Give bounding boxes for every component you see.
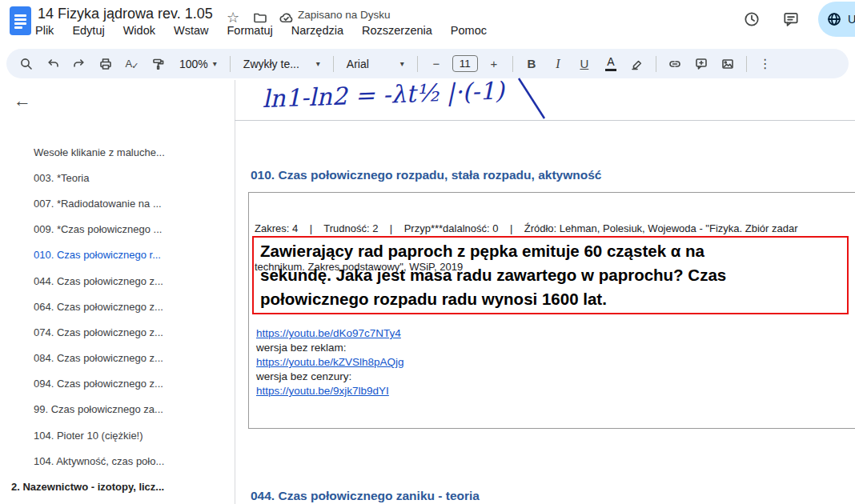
text-color-button[interactable]: A bbox=[600, 54, 621, 74]
toolbar-divider bbox=[512, 56, 513, 72]
menu-rozszerzenia[interactable]: Rozszerzenia bbox=[362, 24, 432, 37]
outline-item-active[interactable]: 010. Czas połowicznego r... bbox=[0, 242, 231, 268]
outline-item[interactable]: 009. *Czas połowicznego ... bbox=[0, 217, 231, 242]
video-link-2[interactable]: https://youtu.be/kZVSlh8pAQjg bbox=[256, 355, 404, 370]
heading-010: 010. Czas połowicznego rozpadu, stała ro… bbox=[251, 168, 601, 182]
share-button-label: U bbox=[848, 13, 855, 26]
underline-button[interactable]: U bbox=[574, 54, 595, 74]
toolbar-divider bbox=[656, 56, 656, 72]
video-link-1[interactable]: https://youtu.be/dKo97c7NTy4 bbox=[256, 326, 401, 341]
page-break-line bbox=[235, 120, 855, 121]
chevron-down-icon: ▾ bbox=[316, 59, 320, 68]
menu-edytuj[interactable]: Edytuj bbox=[72, 24, 104, 37]
paint-format-icon[interactable] bbox=[148, 54, 169, 74]
insert-image-icon[interactable] bbox=[717, 54, 738, 74]
outline-item[interactable]: 007. *Radiodatowanie na ... bbox=[0, 190, 231, 216]
outline-item[interactable]: 044. Czas połowicznego z... bbox=[0, 268, 231, 294]
outline-item[interactable]: 003. *Teoria bbox=[0, 165, 231, 190]
menu-plik[interactable]: Plik bbox=[35, 24, 54, 37]
menu-pomoc[interactable]: Pomoc bbox=[451, 24, 487, 37]
outline-item[interactable]: 064. Czas połowicznego z... bbox=[0, 294, 231, 319]
globe-icon bbox=[826, 11, 842, 27]
close-outline-button[interactable]: ← bbox=[10, 88, 35, 114]
menu-bar: Plik Edytuj Widok Wstaw Formatuj Narzędz… bbox=[35, 24, 487, 37]
menu-narzedzia[interactable]: Narzędzia bbox=[291, 24, 343, 37]
toolbar-divider bbox=[746, 56, 747, 72]
chevron-down-icon: ▾ bbox=[213, 59, 217, 68]
bold-button[interactable]: B bbox=[521, 54, 542, 74]
add-comment-icon[interactable] bbox=[691, 54, 712, 74]
outline-item[interactable]: 104. Pioter 10 (ciężkie!) bbox=[0, 422, 231, 448]
table-border bbox=[248, 192, 855, 193]
document-title[interactable]: 14 Fizyka jądrowa rev. 1.05 bbox=[38, 6, 213, 22]
search-icon[interactable] bbox=[16, 54, 37, 74]
outline-item[interactable]: 104. Aktywność, czas poło... bbox=[0, 448, 231, 474]
text-color-swatch bbox=[605, 69, 616, 72]
share-button[interactable]: U bbox=[818, 2, 855, 37]
outline-item[interactable]: 074. Czas połowicznego z... bbox=[0, 319, 231, 345]
video-links: https://youtu.be/dKo97c7NTy4 wersja bez … bbox=[256, 326, 404, 398]
google-docs-window: 14 Fizyka jądrowa rev. 1.05 ☆ Zapisano n… bbox=[0, 0, 855, 504]
insert-link-icon[interactable] bbox=[664, 54, 685, 74]
version-history-icon[interactable] bbox=[743, 10, 761, 28]
undo-icon[interactable] bbox=[42, 54, 63, 74]
problem-line: połowicznego rozpadu radu wynosi 1600 la… bbox=[260, 287, 841, 311]
video-link-3[interactable]: https://youtu.be/9xjk7lb9dYI bbox=[256, 384, 389, 398]
outline-item[interactable]: 094. Czas połowicznego z... bbox=[0, 371, 231, 397]
font-family-select[interactable]: Arial▾ bbox=[342, 54, 409, 74]
handwritten-equation: ln1-ln2 = -λt½ |·(-1) bbox=[240, 75, 584, 122]
formatting-toolbar: A✓ 100%▾ Zwykły te...▾ Arial▾ − 11 + B I… bbox=[6, 49, 849, 78]
toolbar-divider bbox=[417, 56, 418, 72]
outline-item-section[interactable]: 2. Nazewnictwo - izotopy, licz... bbox=[0, 474, 231, 499]
problem-line: sekundę. Jaka jest masa radu zawartego w… bbox=[260, 263, 841, 287]
menu-wstaw[interactable]: Wstaw bbox=[174, 24, 209, 37]
paragraph-style-select[interactable]: Zwykły te...▾ bbox=[239, 54, 325, 74]
table-border bbox=[248, 192, 249, 428]
menu-widok[interactable]: Widok bbox=[123, 24, 155, 37]
table-border bbox=[248, 428, 855, 429]
no-ads-label: wersja bez reklam: bbox=[256, 341, 404, 355]
font-size-input[interactable]: 11 bbox=[452, 55, 478, 72]
print-icon[interactable] bbox=[95, 54, 116, 74]
docs-logo-icon[interactable] bbox=[10, 6, 31, 35]
no-censor-label: wersja bez cenzury: bbox=[256, 370, 404, 384]
ink-stroke bbox=[519, 78, 544, 118]
equation-text: ln1-ln2 = -λt½ |·(-1) bbox=[262, 76, 506, 114]
chevron-down-icon: ▾ bbox=[400, 59, 404, 68]
task-metadata-line1: Zakres: 4 | Trudność: 2 | Przyp***dalaln… bbox=[255, 222, 853, 235]
font-size-decrease-button[interactable]: − bbox=[426, 54, 447, 74]
spellcheck-icon[interactable]: A✓ bbox=[122, 54, 142, 74]
comments-icon[interactable] bbox=[782, 10, 800, 28]
outline-item[interactable]: Wesołe klikanie z maluche... bbox=[0, 139, 231, 165]
outline-item[interactable]: 084. Czas połowicznego z... bbox=[0, 346, 231, 371]
zoom-select[interactable]: 100%▾ bbox=[175, 54, 222, 74]
menu-formatuj[interactable]: Formatuj bbox=[227, 24, 272, 37]
saved-status[interactable]: Zapisano na Dysku bbox=[298, 9, 391, 21]
outline-item[interactable]: 99. Czas połowicznego za... bbox=[0, 397, 231, 422]
highlight-color-button[interactable] bbox=[627, 54, 648, 74]
toolbar-overflow-icon[interactable]: ⋮ bbox=[755, 54, 776, 74]
problem-statement-box: Zawierający rad paproch z pępka emituje … bbox=[252, 236, 849, 314]
heading-044: 044. Czas połowicznego zaniku - teoria bbox=[251, 489, 480, 503]
toolbar-divider bbox=[230, 56, 231, 72]
font-size-increase-button[interactable]: + bbox=[484, 54, 504, 74]
italic-button[interactable]: I bbox=[548, 54, 568, 74]
problem-line: Zawierający rad paproch z pępka emituje … bbox=[260, 239, 841, 263]
redo-icon[interactable] bbox=[69, 54, 90, 74]
page-left-edge bbox=[235, 80, 235, 504]
document-outline: Wesołe klikanie z maluche... 003. *Teori… bbox=[0, 139, 231, 500]
toolbar-divider bbox=[333, 56, 334, 72]
